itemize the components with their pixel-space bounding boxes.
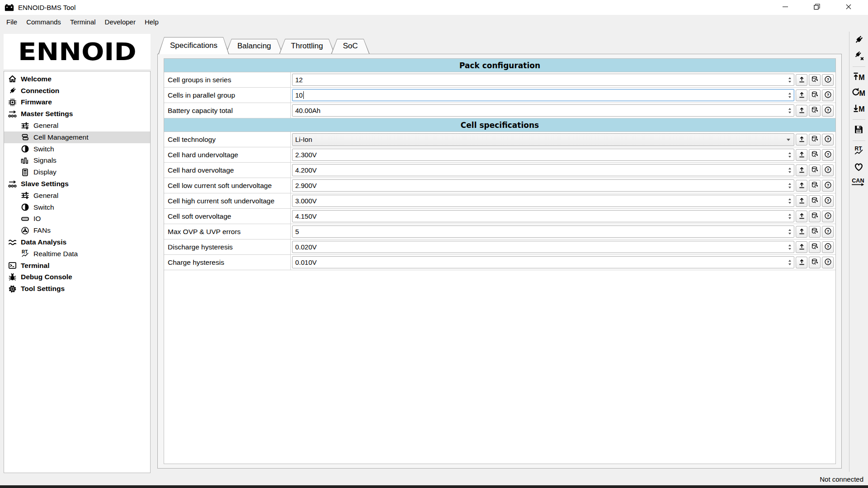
spin-up-button[interactable] [788,93,791,94]
read-db-row-button[interactable] [809,134,821,145]
help-row-button[interactable]: ? [822,149,834,161]
disconnect-button[interactable] [851,49,867,63]
sidebar-item-connection[interactable]: Connection [4,85,150,97]
read-db-row-button[interactable] [809,195,821,207]
realtime-data-button[interactable]: RT [851,145,867,158]
write-row-button[interactable] [796,74,807,86]
read-db-row-button[interactable] [809,241,821,253]
read-db-row-button[interactable] [809,180,821,192]
help-row-button[interactable]: ? [822,105,834,117]
refresh-master-button[interactable]: M [851,86,867,100]
sidebar-item-general[interactable]: General [4,120,150,131]
write-row-button[interactable] [796,195,807,207]
write-row-button[interactable] [796,164,807,176]
tab-specifications[interactable]: Specifications [158,37,229,54]
sidebar-item-fans[interactable]: FANs [4,225,150,236]
cell-technology-select[interactable]: Li-Ion [292,133,794,146]
spin-up-button[interactable] [788,183,791,185]
help-row-button[interactable]: ? [822,211,834,222]
menu-commands[interactable]: Commands [22,15,66,28]
read-db-row-button[interactable] [809,74,821,86]
help-row-button[interactable]: ? [822,226,834,238]
write-row-button[interactable] [796,149,807,161]
sidebar-item-slave-settings[interactable]: Slave Settings [4,178,150,190]
help-row-button[interactable]: ? [822,241,834,253]
help-row-button[interactable]: ? [822,89,834,101]
sidebar-item-debug-console[interactable]: Debug Console [4,272,150,283]
help-row-button[interactable]: ? [822,180,834,192]
sidebar-item-cell-management[interactable]: Cell Management [4,131,150,143]
write-row-button[interactable] [796,89,807,101]
sidebar-item-welcome[interactable]: Welcome [4,73,150,85]
sidebar-item-data-analysis[interactable]: Data Analysis [4,236,150,248]
read-db-row-button[interactable] [809,149,821,161]
sidebar-item-display[interactable]: Display [4,166,150,178]
menu-terminal[interactable]: Terminal [66,15,100,28]
connect-button[interactable] [851,33,867,47]
cell-hard-overvoltage-input[interactable]: 4.200V [292,164,794,176]
write-row-button[interactable] [796,134,807,145]
discharge-hysteresis-input[interactable]: 0.020V [292,241,794,253]
spin-down-button[interactable] [788,187,791,188]
spin-down-button[interactable] [788,233,791,235]
write-row-button[interactable] [796,257,807,268]
spin-down-button[interactable] [788,81,791,83]
sidebar-item-terminal[interactable]: Terminal [4,260,150,272]
read-db-row-button[interactable] [809,211,821,222]
tab-balancing[interactable]: Balancing [226,39,283,54]
cells-in-parallel-group-input[interactable]: 10 [292,89,794,101]
write-row-button[interactable] [796,226,807,238]
max-ovp-uvp-errors-input[interactable]: 5 [292,225,794,238]
help-row-button[interactable]: ? [822,257,834,268]
write-master-button[interactable]: M [851,70,867,84]
tab-soc[interactable]: SoC [331,39,369,54]
cell-hard-undervoltage-input[interactable]: 2.300V [292,149,794,161]
help-row-button[interactable]: ? [822,134,834,145]
menu-help[interactable]: Help [140,15,163,28]
spin-down-button[interactable] [788,156,791,158]
sidebar-item-tool-settings[interactable]: Tool Settings [4,283,150,295]
can-scan-button[interactable]: CAN [851,176,867,190]
charge-hysteresis-input[interactable]: 0.010V [292,256,794,268]
heartbeat-button[interactable] [851,160,867,174]
help-row-button[interactable]: ? [822,195,834,207]
maximize-button[interactable] [801,0,833,15]
spin-up-button[interactable] [788,198,791,200]
spin-up-button[interactable] [788,229,791,231]
write-row-button[interactable] [796,180,807,192]
spin-up-button[interactable] [788,108,791,110]
read-db-row-button[interactable] [809,257,821,268]
cell-high-current-soft-undervoltage-input[interactable]: 3.000V [292,195,794,207]
battery-capacity-total-input[interactable]: 40.00Ah [292,104,794,117]
sidebar-item-general[interactable]: General [4,190,150,202]
sidebar-item-io[interactable]: IO [4,213,150,225]
spin-down-button[interactable] [788,263,791,265]
spin-down-button[interactable] [788,217,791,219]
sidebar-item-signals[interactable]: Signals [4,155,150,167]
write-row-button[interactable] [796,211,807,222]
write-row-button[interactable] [796,241,807,253]
spin-up-button[interactable] [788,244,791,246]
read-db-row-button[interactable] [809,226,821,238]
sidebar-item-master-settings[interactable]: Master Settings [4,108,150,120]
spin-down-button[interactable] [788,202,791,204]
menu-file[interactable]: File [2,15,22,28]
spin-down-button[interactable] [788,112,791,113]
read-db-row-button[interactable] [809,89,821,101]
sidebar-item-switch[interactable]: Switch [4,202,150,213]
menu-developer[interactable]: Developer [100,15,140,28]
cell-groups-in-series-input[interactable]: 12 [292,74,794,86]
help-row-button[interactable]: ? [822,74,834,86]
minimize-button[interactable] [769,0,801,15]
spin-down-button[interactable] [788,96,791,98]
spin-up-button[interactable] [788,152,791,154]
save-button[interactable] [851,123,867,137]
spin-down-button[interactable] [788,248,791,250]
tab-throttling[interactable]: Throttling [279,39,335,54]
spin-up-button[interactable] [788,77,791,79]
sidebar-item-switch[interactable]: Switch [4,143,150,155]
close-button[interactable] [833,0,864,15]
read-db-row-button[interactable] [809,105,821,117]
read-db-row-button[interactable] [809,164,821,176]
sidebar-item-realtime-data[interactable]: RTRealtime Data [4,248,150,260]
